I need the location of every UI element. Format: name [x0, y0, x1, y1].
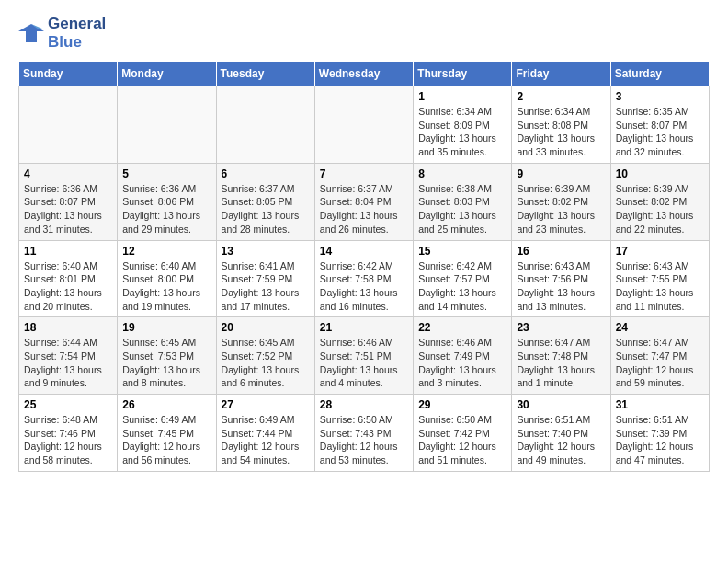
- calendar-cell: 27Sunrise: 6:49 AM Sunset: 7:44 PM Dayli…: [216, 395, 314, 472]
- weekday-header: Monday: [118, 62, 216, 86]
- day-info: Sunrise: 6:42 AM Sunset: 7:57 PM Dayligh…: [418, 259, 506, 314]
- day-number: 17: [616, 245, 704, 258]
- calendar-cell: 22Sunrise: 6:46 AM Sunset: 7:49 PM Dayli…: [414, 317, 512, 395]
- logo-text: General Blue: [48, 15, 106, 52]
- calendar-cell: 9Sunrise: 6:39 AM Sunset: 8:02 PM Daylig…: [512, 163, 610, 240]
- weekday-header: Thursday: [414, 62, 512, 86]
- calendar-cell: 7Sunrise: 6:37 AM Sunset: 8:04 PM Daylig…: [314, 163, 413, 240]
- day-number: 31: [616, 398, 704, 411]
- day-number: 13: [222, 245, 310, 258]
- weekday-header: Sunday: [19, 62, 118, 86]
- calendar-cell: [216, 86, 314, 164]
- day-info: Sunrise: 6:40 AM Sunset: 8:01 PM Dayligh…: [24, 259, 112, 314]
- day-number: 14: [320, 245, 408, 258]
- calendar-cell: 25Sunrise: 6:48 AM Sunset: 7:46 PM Dayli…: [19, 395, 118, 472]
- day-info: Sunrise: 6:37 AM Sunset: 8:05 PM Dayligh…: [222, 182, 310, 236]
- calendar-cell: 5Sunrise: 6:36 AM Sunset: 8:06 PM Daylig…: [118, 163, 216, 240]
- calendar-header-row: SundayMondayTuesdayWednesdayThursdayFrid…: [19, 62, 710, 86]
- calendar-cell: 3Sunrise: 6:35 AM Sunset: 8:07 PM Daylig…: [610, 86, 709, 164]
- day-number: 21: [320, 321, 408, 334]
- day-info: Sunrise: 6:51 AM Sunset: 7:39 PM Dayligh…: [616, 413, 704, 467]
- day-number: 4: [24, 167, 112, 180]
- calendar-week-row: 1Sunrise: 6:34 AM Sunset: 8:09 PM Daylig…: [19, 86, 710, 164]
- calendar-cell: 10Sunrise: 6:39 AM Sunset: 8:02 PM Dayli…: [610, 163, 709, 240]
- logo-icon: [18, 22, 44, 44]
- calendar-week-row: 4Sunrise: 6:36 AM Sunset: 8:07 PM Daylig…: [19, 163, 710, 240]
- day-info: Sunrise: 6:40 AM Sunset: 8:00 PM Dayligh…: [122, 259, 210, 314]
- day-info: Sunrise: 6:42 AM Sunset: 7:58 PM Dayligh…: [320, 259, 408, 314]
- weekday-header: Friday: [512, 62, 610, 86]
- day-info: Sunrise: 6:45 AM Sunset: 7:53 PM Dayligh…: [122, 336, 210, 390]
- day-info: Sunrise: 6:43 AM Sunset: 7:55 PM Dayligh…: [616, 259, 704, 314]
- day-number: 25: [24, 398, 112, 411]
- day-number: 5: [122, 167, 210, 180]
- calendar-cell: 21Sunrise: 6:46 AM Sunset: 7:51 PM Dayli…: [314, 317, 413, 395]
- calendar-cell: 2Sunrise: 6:34 AM Sunset: 8:08 PM Daylig…: [512, 86, 610, 164]
- calendar-week-row: 11Sunrise: 6:40 AM Sunset: 8:01 PM Dayli…: [19, 240, 710, 317]
- day-info: Sunrise: 6:36 AM Sunset: 8:07 PM Dayligh…: [24, 182, 112, 236]
- day-number: 23: [517, 321, 605, 334]
- calendar-cell: 6Sunrise: 6:37 AM Sunset: 8:05 PM Daylig…: [216, 163, 314, 240]
- calendar-cell: 17Sunrise: 6:43 AM Sunset: 7:55 PM Dayli…: [610, 240, 709, 317]
- day-number: 30: [517, 398, 605, 411]
- calendar-cell: 14Sunrise: 6:42 AM Sunset: 7:58 PM Dayli…: [314, 240, 413, 317]
- calendar-cell: [118, 86, 216, 164]
- day-number: 6: [222, 167, 310, 180]
- calendar-cell: 23Sunrise: 6:47 AM Sunset: 7:48 PM Dayli…: [512, 317, 610, 395]
- day-number: 3: [616, 90, 704, 103]
- calendar-cell: [19, 86, 118, 164]
- day-number: 9: [517, 167, 605, 180]
- day-info: Sunrise: 6:38 AM Sunset: 8:03 PM Dayligh…: [418, 182, 506, 236]
- day-info: Sunrise: 6:45 AM Sunset: 7:52 PM Dayligh…: [222, 336, 310, 390]
- day-info: Sunrise: 6:39 AM Sunset: 8:02 PM Dayligh…: [616, 182, 704, 236]
- calendar-cell: 20Sunrise: 6:45 AM Sunset: 7:52 PM Dayli…: [216, 317, 314, 395]
- day-info: Sunrise: 6:36 AM Sunset: 8:06 PM Dayligh…: [122, 182, 210, 236]
- day-number: 1: [418, 90, 506, 103]
- calendar-week-row: 25Sunrise: 6:48 AM Sunset: 7:46 PM Dayli…: [19, 395, 710, 472]
- calendar-week-row: 18Sunrise: 6:44 AM Sunset: 7:54 PM Dayli…: [19, 317, 710, 395]
- calendar-cell: 8Sunrise: 6:38 AM Sunset: 8:03 PM Daylig…: [414, 163, 512, 240]
- day-number: 26: [122, 398, 210, 411]
- day-number: 2: [517, 90, 605, 103]
- day-number: 15: [418, 245, 506, 258]
- day-number: 7: [320, 167, 408, 180]
- day-info: Sunrise: 6:49 AM Sunset: 7:45 PM Dayligh…: [122, 413, 210, 467]
- calendar-cell: 29Sunrise: 6:50 AM Sunset: 7:42 PM Dayli…: [414, 395, 512, 472]
- calendar-cell: 24Sunrise: 6:47 AM Sunset: 7:47 PM Dayli…: [610, 317, 709, 395]
- calendar-cell: 15Sunrise: 6:42 AM Sunset: 7:57 PM Dayli…: [414, 240, 512, 317]
- weekday-header: Tuesday: [216, 62, 314, 86]
- day-info: Sunrise: 6:46 AM Sunset: 7:49 PM Dayligh…: [418, 336, 506, 390]
- day-number: 8: [418, 167, 506, 180]
- day-info: Sunrise: 6:37 AM Sunset: 8:04 PM Dayligh…: [320, 182, 408, 236]
- logo: General Blue: [18, 15, 106, 52]
- day-info: Sunrise: 6:50 AM Sunset: 7:42 PM Dayligh…: [418, 413, 506, 467]
- day-info: Sunrise: 6:47 AM Sunset: 7:47 PM Dayligh…: [616, 336, 704, 390]
- calendar-cell: 12Sunrise: 6:40 AM Sunset: 8:00 PM Dayli…: [118, 240, 216, 317]
- day-number: 22: [418, 321, 506, 334]
- day-info: Sunrise: 6:34 AM Sunset: 8:08 PM Dayligh…: [517, 105, 605, 159]
- weekday-header: Wednesday: [314, 62, 413, 86]
- calendar-cell: 28Sunrise: 6:50 AM Sunset: 7:43 PM Dayli…: [314, 395, 413, 472]
- svg-marker-0: [18, 24, 44, 42]
- weekday-header: Saturday: [610, 62, 709, 86]
- day-info: Sunrise: 6:34 AM Sunset: 8:09 PM Dayligh…: [418, 105, 506, 159]
- day-number: 12: [122, 245, 210, 258]
- day-number: 10: [616, 167, 704, 180]
- day-number: 28: [320, 398, 408, 411]
- day-number: 16: [517, 245, 605, 258]
- day-info: Sunrise: 6:50 AM Sunset: 7:43 PM Dayligh…: [320, 413, 408, 467]
- calendar-cell: 16Sunrise: 6:43 AM Sunset: 7:56 PM Dayli…: [512, 240, 610, 317]
- calendar-cell: 31Sunrise: 6:51 AM Sunset: 7:39 PM Dayli…: [610, 395, 709, 472]
- calendar: SundayMondayTuesdayWednesdayThursdayFrid…: [18, 61, 710, 472]
- calendar-cell: 18Sunrise: 6:44 AM Sunset: 7:54 PM Dayli…: [19, 317, 118, 395]
- day-info: Sunrise: 6:43 AM Sunset: 7:56 PM Dayligh…: [517, 259, 605, 314]
- header: General Blue: [18, 15, 710, 52]
- day-info: Sunrise: 6:41 AM Sunset: 7:59 PM Dayligh…: [222, 259, 310, 314]
- day-info: Sunrise: 6:49 AM Sunset: 7:44 PM Dayligh…: [222, 413, 310, 467]
- day-info: Sunrise: 6:48 AM Sunset: 7:46 PM Dayligh…: [24, 413, 112, 467]
- calendar-cell: 1Sunrise: 6:34 AM Sunset: 8:09 PM Daylig…: [414, 86, 512, 164]
- calendar-cell: [314, 86, 413, 164]
- day-number: 20: [222, 321, 310, 334]
- day-number: 27: [222, 398, 310, 411]
- day-info: Sunrise: 6:44 AM Sunset: 7:54 PM Dayligh…: [24, 336, 112, 390]
